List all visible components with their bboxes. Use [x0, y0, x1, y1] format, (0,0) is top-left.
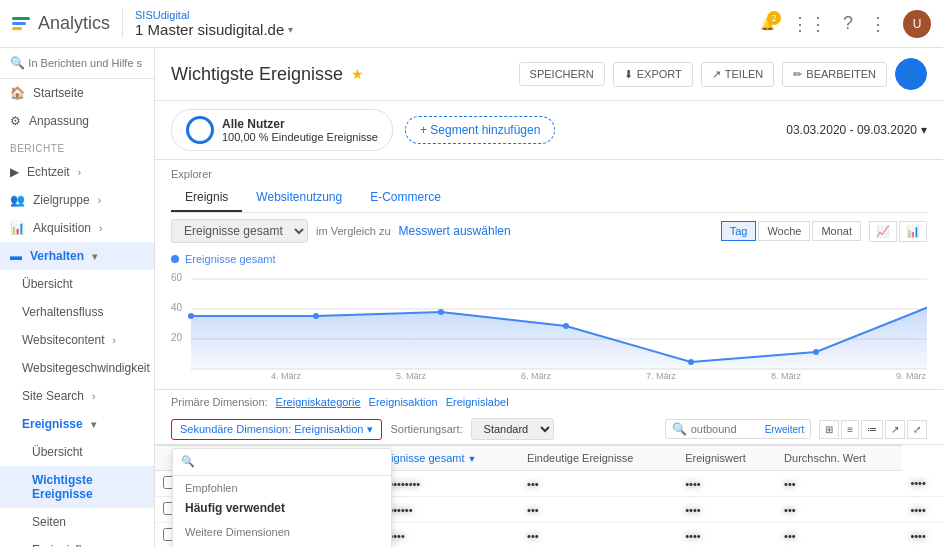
tab-ereignis[interactable]: Ereignis — [171, 184, 242, 212]
svg-text:60: 60 — [171, 272, 183, 283]
row-col6-1: •••• — [902, 471, 943, 497]
table-search-input[interactable] — [691, 423, 761, 435]
bar-chart-btn[interactable]: 📊 — [899, 221, 927, 242]
chart-area: Ereignisse gesamt 60 40 20 — [155, 249, 943, 389]
time-btn-woche[interactable]: Woche — [758, 221, 810, 241]
time-btn-monat[interactable]: Monat — [812, 221, 861, 241]
sidebar-item-ereignisfluss[interactable]: Ereignisfluss — [0, 536, 154, 547]
dimensions-row: Primäre Dimension: Ereigniskategorie Ere… — [155, 389, 943, 414]
sidebar-item-wichtigste-ereignisse[interactable]: Wichtigste Ereignisse — [0, 466, 154, 508]
notification-badge: 2 — [767, 11, 781, 25]
time-btn-tag[interactable]: Tag — [721, 221, 757, 241]
time-period-buttons: Tag Woche Monat — [721, 221, 861, 241]
sort-label: Sortierungsart: — [390, 423, 462, 435]
sort-select[interactable]: Standard — [471, 418, 554, 440]
segment-pill[interactable]: Alle Nutzer 100,00 % Eindeutige Ereignis… — [171, 109, 393, 151]
sidebar-search-container[interactable]: 🔍 — [0, 48, 154, 79]
export-button[interactable]: ⬇ EXPORT — [613, 62, 693, 87]
daten-button[interactable]: 👤 — [895, 58, 927, 90]
table-search-box[interactable]: 🔍 Erweitert — [665, 419, 811, 439]
sidebar-label-ereignisfluss: Ereignisfluss — [32, 543, 100, 547]
tab-bar: Ereignis Websitenutzung E-Commerce — [171, 184, 927, 213]
svg-text:8. März: 8. März — [771, 371, 802, 379]
date-range-picker[interactable]: 03.03.2020 - 09.03.2020 ▾ — [786, 123, 927, 137]
sidebar-item-zielgruppe[interactable]: 👥 Zielgruppe › — [0, 186, 154, 214]
secondary-dim-button[interactable]: Sekundäre Dimension: Ereignisaktion ▾ 🔍 … — [171, 419, 382, 440]
sidebar-item-websitecontent[interactable]: Websitecontent › — [0, 326, 154, 354]
chevron-right-icon2: › — [98, 195, 101, 206]
chart-viz-buttons: 📈 📊 — [869, 221, 927, 242]
property-selector[interactable]: 1 Master sisudigital.de ▾ — [135, 21, 293, 38]
metric-select[interactable]: Ereignisse gesamt — [171, 219, 308, 243]
avatar[interactable]: U — [903, 10, 931, 38]
dim-ereignislabel[interactable]: Ereignislabel — [446, 396, 509, 408]
sidebar-item-websitegeschwindigkeit[interactable]: Websitegeschwindigkeit › — [0, 354, 154, 382]
sidebar-item-ubersicht2[interactable]: Übersicht — [0, 438, 154, 466]
sidebar-item-site-search[interactable]: Site Search › — [0, 382, 154, 410]
apps-icon[interactable]: ⋮⋮ — [791, 13, 827, 35]
sidebar-label-websitegeschwindigkeit: Websitegeschwindigkeit — [22, 361, 150, 375]
verhalten-icon: ▬ — [10, 249, 22, 263]
logo-area: Analytics — [12, 13, 110, 34]
table-custom-btn[interactable]: ≔ — [861, 420, 883, 439]
sidebar-label-site-search: Site Search — [22, 389, 84, 403]
svg-text:40: 40 — [171, 302, 183, 313]
search-icon: 🔍 — [181, 455, 195, 468]
th-durchschn[interactable]: Durchschn. Wert — [776, 446, 902, 471]
search-input[interactable] — [28, 57, 142, 69]
primary-dim-label: Primäre Dimension: — [171, 396, 268, 408]
segment-description: 100,00 % Eindeutige Ereignisse — [222, 131, 378, 143]
segment-name: Alle Nutzer — [222, 117, 378, 131]
sidebar-label-akquisition: Akquisition — [33, 221, 91, 235]
sidebar: 🔍 🏠 Startseite ⚙ Anpassung BERICHTE ▶ Ec… — [0, 48, 155, 547]
dropdown-search-container[interactable]: 🔍 — [173, 449, 391, 476]
row-col6-3: •••• — [902, 523, 943, 548]
add-metric-button[interactable]: Messwert auswählen — [399, 224, 511, 238]
page-header: Wichtigste Ereignisse ★ SPEICHERN ⬇ EXPO… — [155, 48, 943, 101]
dim-ereigniskategorie[interactable]: Ereigniskategorie — [276, 396, 361, 408]
svg-point-11 — [563, 323, 569, 329]
sidebar-item-akquisition[interactable]: 📊 Akquisition › — [0, 214, 154, 242]
sidebar-item-ereignisse[interactable]: Ereignisse ▾ — [0, 410, 154, 438]
segment-bar: Alle Nutzer 100,00 % Eindeutige Ereignis… — [155, 101, 943, 160]
more-icon[interactable]: ⋮ — [869, 13, 887, 35]
sidebar-item-verhalten[interactable]: ▬ Verhalten ▾ — [0, 242, 154, 270]
save-button[interactable]: SPEICHERN — [519, 62, 605, 86]
sidebar-label-ereignisse: Ereignisse — [22, 417, 83, 431]
dropdown-search-input[interactable] — [199, 455, 383, 469]
dim-ereignisaktion[interactable]: Ereignisaktion — [369, 396, 438, 408]
bar2 — [12, 22, 26, 25]
edit-icon: ✏ — [793, 68, 802, 81]
tab-ecommerce[interactable]: E-Commerce — [356, 184, 455, 212]
table-export-btn[interactable]: ↗ — [885, 420, 905, 439]
tab-websitenutzung[interactable]: Websitenutzung — [242, 184, 356, 212]
line-chart-btn[interactable]: 📈 — [869, 221, 897, 242]
table-share-btn[interactable]: ⤢ — [907, 420, 927, 439]
sidebar-item-seiten[interactable]: Seiten — [0, 508, 154, 536]
help-icon[interactable]: ? — [843, 13, 853, 34]
dropdown-item-haufig[interactable]: Häufig verwendet — [173, 496, 391, 520]
sidebar-item-anpassung[interactable]: ⚙ Anpassung — [0, 107, 154, 135]
th-eindeutige[interactable]: Eindeutige Ereignisse — [519, 446, 677, 471]
star-icon: ★ — [351, 66, 364, 82]
svg-point-10 — [438, 309, 444, 315]
add-segment-button[interactable]: + Segment hinzufügen — [405, 116, 555, 144]
th-ereigniswert[interactable]: Ereigniswert — [677, 446, 776, 471]
dropdown-item-akquisition[interactable]: Akquisition — [173, 540, 391, 548]
search-expanded-icon[interactable]: Erweitert — [765, 424, 804, 435]
sidebar-item-verhaltensfluss[interactable]: Verhaltensfluss — [0, 298, 154, 326]
row-col3-3: ••• — [519, 523, 677, 548]
table-grid-btn[interactable]: ⊞ — [819, 420, 839, 439]
sidebar-label-websitecontent: Websitecontent — [22, 333, 105, 347]
edit-button[interactable]: ✏ BEARBEITEN — [782, 62, 887, 87]
sidebar-item-home[interactable]: 🏠 Startseite — [0, 79, 154, 107]
share-button[interactable]: ↗ TEILEN — [701, 62, 775, 87]
row-col3-1: ••• — [519, 471, 677, 497]
sidebar-item-ubersicht1[interactable]: Übersicht — [0, 270, 154, 298]
sort-arrow-icon: ▼ — [468, 454, 477, 464]
notification-bell[interactable]: 🔔 2 — [760, 17, 775, 31]
chevron-right-icon3: › — [99, 223, 102, 234]
sidebar-item-echtzeit[interactable]: ▶ Echtzeit › — [0, 158, 154, 186]
table-pivot-btn[interactable]: ≡ — [841, 420, 859, 439]
row-col5-3: ••• — [776, 523, 902, 548]
